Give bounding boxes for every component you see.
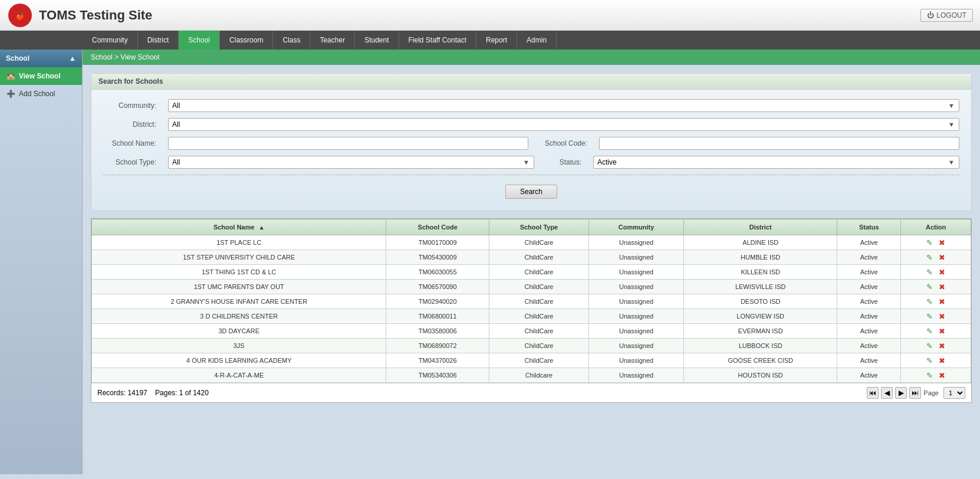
- sidebar-item-1[interactable]: ➕Add School: [0, 85, 82, 103]
- logout-label: LOGOUT: [936, 11, 966, 19]
- records-count: 14197: [127, 389, 147, 397]
- nav-item-class[interactable]: Class: [273, 31, 310, 50]
- delete-button[interactable]: ✖: [938, 356, 947, 365]
- pages-label: Pages:: [155, 389, 177, 397]
- delete-button[interactable]: ✖: [938, 268, 947, 276]
- sidebar-item-icon-0: 🏫: [6, 71, 15, 81]
- edit-button[interactable]: ✎: [925, 356, 935, 365]
- school-name-input[interactable]: [168, 137, 528, 150]
- cell-4: ALDINE ISD: [684, 235, 837, 250]
- cell-1: TM05340306: [386, 368, 489, 383]
- delete-button[interactable]: ✖: [938, 342, 947, 350]
- cell-2: ChildCare: [489, 309, 588, 324]
- app-logo: 🍎: [7, 2, 33, 28]
- logout-icon: ⏻: [927, 11, 934, 19]
- delete-icon: ✖: [939, 253, 945, 262]
- edit-button[interactable]: ✎: [925, 253, 935, 261]
- action-cell: ✎ ✖: [901, 294, 971, 309]
- cell-5: Active: [837, 324, 901, 339]
- edit-button[interactable]: ✎: [925, 371, 935, 379]
- delete-button[interactable]: ✖: [938, 253, 947, 261]
- edit-button[interactable]: ✎: [925, 238, 935, 247]
- delete-button[interactable]: ✖: [938, 297, 947, 306]
- cell-4: EVERMAN ISD: [684, 324, 837, 339]
- cell-1: TM06890072: [386, 339, 489, 353]
- edit-button[interactable]: ✎: [925, 283, 935, 291]
- nav-item-school[interactable]: School: [179, 31, 220, 50]
- delete-icon: ✖: [939, 371, 945, 380]
- cell-2: Childcare: [489, 368, 588, 383]
- svg-text:🍎: 🍎: [16, 12, 25, 21]
- search-box: Search for Schools Community: All ▼: [91, 73, 972, 211]
- col-school-name[interactable]: School Name ▲: [92, 219, 386, 235]
- cell-1: TM06800011: [386, 309, 489, 324]
- logo-area: 🍎 TOMS Testing Site: [7, 2, 152, 28]
- nav-item-field-staff-contact[interactable]: Field Staff Contact: [399, 31, 477, 50]
- cell-5: Active: [837, 339, 901, 353]
- pagination-info: Records: 14197 Pages: 1 of 1420: [97, 389, 209, 397]
- school-type-select-wrapper: All ▼: [168, 156, 534, 169]
- nav-item-community[interactable]: Community: [83, 31, 138, 50]
- edit-button[interactable]: ✎: [925, 297, 935, 306]
- community-select[interactable]: All: [168, 99, 959, 112]
- app-title: TOMS Testing Site: [39, 8, 152, 23]
- delete-button[interactable]: ✖: [938, 371, 947, 379]
- col-school-type[interactable]: School Type: [489, 219, 588, 235]
- search-button[interactable]: Search: [505, 185, 557, 199]
- cell-3: Unassigned: [589, 250, 684, 265]
- edit-icon: ✎: [926, 371, 933, 380]
- edit-icon: ✎: [926, 253, 933, 262]
- cell-4: LONGVIEW ISD: [684, 309, 837, 324]
- table-row: 1ST UMC PARENTS DAY OUTTM06570090ChildCa…: [92, 280, 971, 294]
- district-select[interactable]: All: [168, 118, 959, 131]
- cell-1: TM06030055: [386, 265, 489, 280]
- edit-button[interactable]: ✎: [925, 327, 935, 335]
- cell-1: TM05430009: [386, 250, 489, 265]
- cell-3: Unassigned: [589, 280, 684, 294]
- delete-icon: ✖: [939, 283, 945, 291]
- school-code-input[interactable]: [599, 137, 959, 150]
- action-cell: ✎ ✖: [901, 250, 971, 265]
- action-cell: ✎ ✖: [901, 353, 971, 368]
- col-district[interactable]: District: [684, 219, 837, 235]
- main-content: School > View School Search for Schools …: [83, 50, 980, 474]
- col-community[interactable]: Community: [589, 219, 684, 235]
- edit-icon: ✎: [926, 283, 933, 291]
- next-page-button[interactable]: ▶: [895, 387, 907, 399]
- cell-2: ChildCare: [489, 339, 588, 353]
- delete-button[interactable]: ✖: [938, 327, 947, 335]
- prev-page-button[interactable]: ◀: [881, 387, 893, 399]
- page-select[interactable]: 1: [943, 387, 965, 399]
- sidebar-collapse-icon[interactable]: ▲: [69, 54, 76, 63]
- delete-button[interactable]: ✖: [938, 312, 947, 320]
- edit-icon: ✎: [926, 342, 933, 350]
- last-page-button[interactable]: ⏭: [909, 387, 921, 399]
- table-row: 1ST PLACE LCTM00170009ChildCareUnassigne…: [92, 235, 971, 250]
- action-cell: ✎ ✖: [901, 235, 971, 250]
- nav-item-district[interactable]: District: [138, 31, 179, 50]
- first-page-button[interactable]: ⏮: [867, 387, 879, 399]
- edit-button[interactable]: ✎: [925, 268, 935, 276]
- nav-item-classroom[interactable]: Classroom: [220, 31, 273, 50]
- cell-5: Active: [837, 353, 901, 368]
- col-status[interactable]: Status: [837, 219, 901, 235]
- delete-button[interactable]: ✖: [938, 283, 947, 291]
- delete-button[interactable]: ✖: [938, 238, 947, 247]
- nav-item-report[interactable]: Report: [476, 31, 517, 50]
- col-school-code[interactable]: School Code: [386, 219, 489, 235]
- cell-0: 3JS: [92, 339, 386, 353]
- edit-button[interactable]: ✎: [925, 312, 935, 320]
- sidebar-item-0[interactable]: 🏫View School: [0, 67, 82, 85]
- nav-item-teacher[interactable]: Teacher: [310, 31, 355, 50]
- school-type-select[interactable]: All: [168, 156, 534, 169]
- status-select[interactable]: Active Inactive: [593, 156, 959, 169]
- table-body: 1ST PLACE LCTM00170009ChildCareUnassigne…: [92, 235, 971, 383]
- delete-icon: ✖: [939, 327, 945, 336]
- cell-5: Active: [837, 250, 901, 265]
- nav-item-admin[interactable]: Admin: [517, 31, 557, 50]
- logout-button[interactable]: ⏻ LOGOUT: [920, 9, 973, 22]
- district-select-wrapper: All ▼: [168, 118, 959, 131]
- cell-0: 4-R-A-CAT-A-ME: [92, 368, 386, 383]
- edit-button[interactable]: ✎: [925, 342, 935, 350]
- nav-item-student[interactable]: Student: [355, 31, 399, 50]
